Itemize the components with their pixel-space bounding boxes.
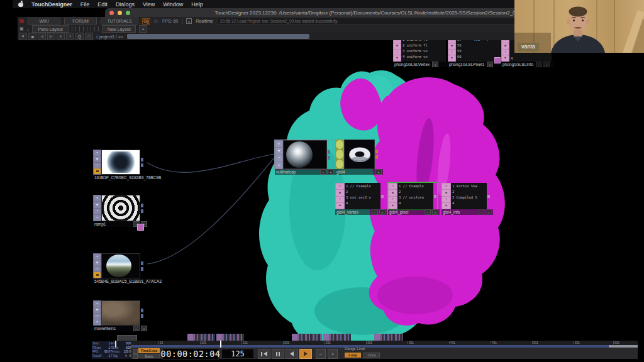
- node-glsl4-vertex[interactable]: ◇ ◆ + ■ 1 // Example23 out vec3 n4 glsl4…: [335, 183, 384, 209]
- apple-menu-icon[interactable]: [18, 1, 23, 7]
- node-name-label[interactable]: nullmatcap − +: [275, 169, 335, 175]
- asterisk-icon[interactable]: *: [66, 33, 74, 40]
- node-thumbnail[interactable]: [344, 140, 375, 169]
- layout-window-icon[interactable]: ▣: [19, 26, 24, 31]
- bypass-flag-icon[interactable]: +: [442, 197, 450, 202]
- expand-node-button[interactable]: +: [432, 62, 438, 67]
- shrink-node-button[interactable]: −: [133, 326, 140, 331]
- nav-back-icon[interactable]: ◀: [38, 33, 46, 40]
- add-op-icon[interactable]: +: [57, 33, 65, 40]
- tab-new-layout[interactable]: New Layout: [102, 25, 136, 33]
- expand-node-button[interactable]: +: [328, 169, 334, 175]
- node-phong1glslvertex[interactable]: ◇ ◆ + ■ 1 uniform fl2 uniform fl3 unifor…: [393, 36, 446, 62]
- node-glsl4-info[interactable]: ◇ ◆ + ■ 1 Vertex Sha23 Compiled S4 glsl4…: [441, 183, 491, 209]
- node-thumbnail[interactable]: [101, 300, 140, 326]
- path-address-field[interactable]: [127, 34, 309, 39]
- lock-flag-icon[interactable]: ■: [336, 203, 344, 209]
- viewer-flag-icon[interactable]: ●: [94, 301, 101, 307]
- field-value-tempo[interactable]: 120.0: [123, 350, 131, 354]
- bypass-flag-icon[interactable]: +: [94, 163, 101, 168]
- timecode-button[interactable]: TimeCode: [138, 348, 160, 353]
- node-name-label[interactable]: glsl4_pixel − +: [388, 209, 440, 215]
- field-value-start[interactable]: 1: [103, 342, 110, 346]
- field-value-rend[interactable]: 600: [123, 346, 131, 350]
- menu-window[interactable]: Window: [163, 1, 183, 8]
- viewer-flag-icon[interactable]: ◇: [442, 184, 450, 189]
- node-phong1glslpixel1[interactable]: ◇ ◆ + ■ 57 res = T585960 phong1GLSLPixel…: [448, 36, 501, 62]
- lock-flag-icon[interactable]: ●: [94, 215, 101, 221]
- expand-node-button[interactable]: +: [487, 62, 493, 67]
- output-connector[interactable]: [375, 155, 378, 159]
- node-name-label[interactable]: phong1GLSLInfo − +: [501, 62, 554, 67]
- tutorials-button[interactable]: TUTORIALS: [101, 18, 138, 25]
- lock-flag-icon[interactable]: ■: [394, 55, 401, 61]
- output-connector[interactable]: [141, 309, 143, 312]
- timeline-settings-panel[interactable]: Start: 1 End: 600 RStart: 1 REnd: 600 FP…: [92, 341, 131, 359]
- once-button[interactable]: Once: [364, 353, 380, 358]
- menu-file[interactable]: File: [80, 1, 90, 8]
- expand-node-button[interactable]: +: [543, 62, 550, 67]
- lock-flag-icon[interactable]: ■: [442, 203, 450, 209]
- wiki-button[interactable]: WIKI: [28, 18, 60, 25]
- pane-stop-icon[interactable]: ■: [28, 33, 36, 40]
- clipped-node[interactable]: [216, 334, 244, 341]
- output-connector[interactable]: [141, 204, 143, 207]
- play-forward-button[interactable]: [299, 349, 312, 359]
- bypass-flag-icon[interactable]: +: [389, 197, 397, 202]
- output-connector[interactable]: [141, 209, 143, 213]
- expand-node-button[interactable]: +: [432, 209, 438, 215]
- node-name-label[interactable]: glsl4 +: [335, 169, 383, 175]
- lock-flag-icon[interactable]: [94, 168, 101, 174]
- shrink-node-button[interactable]: −: [372, 209, 378, 215]
- edit-flag-icon[interactable]: ◆: [394, 43, 401, 49]
- play-reverse-button[interactable]: [286, 349, 298, 359]
- output-connector[interactable]: [141, 267, 143, 271]
- node-thumbnail[interactable]: [283, 140, 327, 169]
- lock-flag-icon[interactable]: ●: [275, 162, 282, 168]
- add-layout-button[interactable]: +: [139, 25, 147, 33]
- edit-flag-icon[interactable]: ◆: [442, 190, 450, 195]
- viewer-flag-icon[interactable]: [336, 140, 343, 149]
- clipped-node[interactable]: [323, 334, 351, 341]
- expand-node-button[interactable]: +: [375, 169, 382, 175]
- node-name-label[interactable]: glsl4_vertex − +: [335, 209, 387, 215]
- viewer-flag-icon[interactable]: ●: [275, 141, 282, 147]
- output-connector[interactable]: [141, 158, 143, 162]
- output-connector[interactable]: [141, 163, 143, 167]
- node-name-label[interactable]: moviefilein1 − +: [93, 326, 148, 331]
- output-connector[interactable]: [328, 150, 330, 154]
- layout-save-icon[interactable]: ↓: [27, 27, 30, 31]
- menu-touchdesigner[interactable]: TouchDesigner: [31, 1, 72, 8]
- dat-code-preview[interactable]: 1 // Example23 // uniform4: [397, 183, 433, 209]
- timecode-display[interactable]: 00:00:02:04: [162, 348, 219, 359]
- playhead[interactable]: [220, 341, 221, 348]
- beats-button[interactable]: Beats: [138, 354, 160, 358]
- field-value-rstart[interactable]: 1: [103, 346, 110, 350]
- network-path-breadcrumb[interactable]: / project1 / >>: [96, 35, 123, 39]
- edit-flag-icon[interactable]: ◆: [389, 190, 397, 195]
- viewer-flag-icon[interactable]: ●: [94, 254, 101, 260]
- step-forward-button[interactable]: +: [328, 349, 338, 359]
- bypass-flag-icon[interactable]: +: [502, 50, 509, 55]
- node-nullmatcap[interactable]: ● ◆ + ● nullmatcap − +: [275, 140, 333, 169]
- dat-code-preview[interactable]: 1 Vertex Sha23 Compiled S4: [451, 183, 487, 209]
- node-thumbnail[interactable]: [101, 150, 140, 175]
- edit-flag-icon[interactable]: ◆: [275, 148, 282, 154]
- beats-mode-icon[interactable]: [133, 354, 138, 359]
- edit-flag-icon[interactable]: ◆: [94, 156, 101, 162]
- dat-code-preview[interactable]: 1 // Example23 out vec3 n4: [345, 183, 380, 209]
- bypass-flag-icon[interactable]: +: [448, 50, 455, 55]
- search-icon[interactable]: Q: [75, 33, 84, 40]
- tab-pano-layout[interactable]: Pano Layout: [32, 25, 69, 33]
- range-start-marker[interactable]: [115, 341, 116, 348]
- loop-button[interactable]: Loop: [345, 353, 361, 358]
- field-value-resetf[interactable]: 1: [103, 354, 110, 358]
- bypass-flag-icon[interactable]: +: [94, 314, 101, 319]
- timecode-mode-icon[interactable]: [133, 349, 138, 354]
- expand-node-button[interactable]: +: [486, 209, 492, 215]
- node-moviefilein1[interactable]: ● ◆ + ● moviefilein1 − +: [93, 300, 146, 326]
- performance-pause-icon[interactable]: O||: [142, 18, 150, 25]
- field-value-end[interactable]: 600: [123, 342, 131, 346]
- shrink-node-button[interactable]: −: [320, 169, 326, 175]
- node-glsl4-pixel[interactable]: ◇ ◆ + ■ 1 // Example23 // uniform4 glsl4…: [388, 183, 437, 209]
